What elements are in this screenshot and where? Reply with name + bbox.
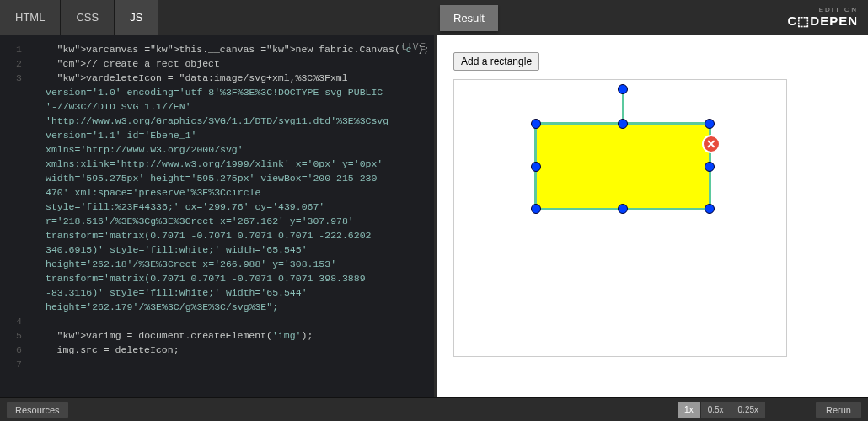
tab-html[interactable]: HTML <box>0 0 61 35</box>
main-area: LIVE 1 "kw">var canvas = "kw">this.__can… <box>0 35 868 397</box>
rerun-button[interactable]: Rerun <box>816 402 861 418</box>
codepen-logo: C⬚DEPEN <box>787 13 858 29</box>
result-pane: Add a rectangle ✕ <box>434 35 868 397</box>
rotation-handle[interactable] <box>618 84 628 94</box>
rotation-line <box>622 89 624 123</box>
resize-handle-tm[interactable] <box>618 119 628 129</box>
zoom-05x[interactable]: 0.5x <box>700 402 731 418</box>
edit-on-label: EDIT ON <box>819 6 858 13</box>
resize-handle-tl[interactable] <box>531 119 541 129</box>
zoom-025x[interactable]: 0.25x <box>731 402 765 418</box>
resize-handle-mr[interactable] <box>705 162 715 172</box>
resize-handle-br[interactable] <box>705 204 715 214</box>
live-indicator: LIVE <box>402 42 427 51</box>
zoom-controls: 1x 0.5x 0.25x <box>677 402 765 418</box>
top-bar: HTML CSS JS EDIT ON C⬚DEPEN <box>0 0 868 35</box>
edit-on-codepen[interactable]: EDIT ON C⬚DEPEN <box>787 0 868 35</box>
resize-handle-bl[interactable] <box>531 204 541 214</box>
add-rectangle-button[interactable]: Add a rectangle <box>453 52 539 71</box>
resize-handle-bm[interactable] <box>618 204 628 214</box>
tab-css[interactable]: CSS <box>61 0 115 35</box>
resize-handle-ml[interactable] <box>531 162 541 172</box>
fabric-rectangle[interactable]: ✕ <box>534 122 711 210</box>
resize-handle-tr[interactable] <box>705 119 715 129</box>
code-editor[interactable]: LIVE 1 "kw">var canvas = "kw">this.__can… <box>0 35 434 397</box>
tab-js[interactable]: JS <box>115 0 158 35</box>
editor-tabs: HTML CSS JS <box>0 0 158 35</box>
result-tab[interactable]: Result <box>440 5 498 31</box>
delete-icon[interactable]: ✕ <box>702 135 721 153</box>
bottom-bar: Resources 1x 0.5x 0.25x Rerun <box>0 397 868 421</box>
zoom-1x[interactable]: 1x <box>677 402 700 418</box>
resources-button[interactable]: Resources <box>7 402 68 418</box>
canvas[interactable]: ✕ <box>453 79 787 357</box>
code-content[interactable]: 1 "kw">var canvas = "kw">this.__canvas =… <box>0 42 434 371</box>
